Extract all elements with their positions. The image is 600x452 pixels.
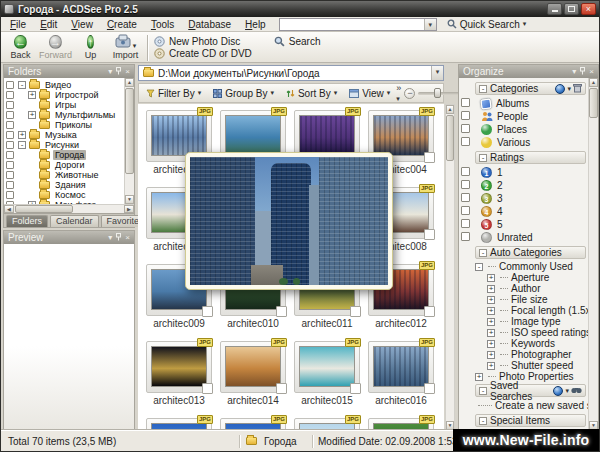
auto-category-item[interactable]: +Aperture <box>475 272 586 283</box>
filter-by-button[interactable]: Filter By▾ <box>143 87 204 100</box>
tab-calendar[interactable]: Calendar <box>50 215 99 227</box>
category-item[interactable]: People <box>475 110 586 123</box>
toolbar-search-button[interactable]: Search <box>274 36 321 47</box>
thumbnail-checkbox[interactable] <box>424 229 435 240</box>
panel-menu-icon[interactable]: ▾ <box>108 68 112 76</box>
collapse-icon[interactable]: - <box>479 249 487 257</box>
thumbnail-checkbox[interactable] <box>202 306 213 317</box>
scroll-up-icon[interactable]: ▲ <box>125 78 134 87</box>
collapse-icon[interactable]: - <box>479 417 487 425</box>
auto-category-item[interactable]: +ISO speed ratings <box>475 327 586 338</box>
folder-checkbox[interactable] <box>6 91 14 99</box>
thumbnail-checkbox[interactable] <box>202 383 213 394</box>
thumbnail-checkbox[interactable] <box>424 152 435 163</box>
folder-tree-item[interactable]: -Рисунки <box>4 140 124 150</box>
scroll-up-icon[interactable]: ▲ <box>589 78 598 87</box>
thumbnail-checkbox[interactable] <box>276 306 287 317</box>
menu-help[interactable]: Help <box>238 18 273 31</box>
toolbar-overflow-button[interactable]: »▾ <box>394 83 403 103</box>
folder-checkbox[interactable] <box>6 121 14 129</box>
rating-item[interactable]: 22 <box>475 179 586 192</box>
forward-button[interactable]: → Forward <box>38 33 73 60</box>
close-panel-icon[interactable]: × <box>589 68 594 76</box>
category-item[interactable]: Albums <box>475 97 586 110</box>
expander-icon[interactable]: - <box>475 263 483 271</box>
thumbnail[interactable]: JPG <box>290 415 364 431</box>
up-button[interactable]: ↑ Up <box>73 33 108 60</box>
folder-checkbox[interactable] <box>6 181 14 189</box>
folder-checkbox[interactable] <box>6 81 14 89</box>
pin-icon[interactable] <box>115 233 122 243</box>
thumbnail[interactable]: JPG <box>364 415 438 431</box>
chevron-down-icon[interactable]: ▾ <box>565 387 569 395</box>
rating-checkbox[interactable] <box>461 167 470 176</box>
folder-checkbox[interactable] <box>6 191 14 199</box>
category-checkbox[interactable] <box>461 111 470 120</box>
rating-checkbox[interactable] <box>461 219 470 228</box>
collapse-icon[interactable]: - <box>479 85 487 93</box>
menu-edit[interactable]: Edit <box>33 18 64 31</box>
thumbnail[interactable]: JPGarchitec013 <box>142 338 216 415</box>
auto-category-item[interactable]: +Photographer <box>475 349 586 360</box>
auto-category-item[interactable]: +Focal length (1.5x) <box>475 305 586 316</box>
auto-category-item[interactable]: +Author <box>475 283 586 294</box>
scroll-left-icon[interactable]: ◀ <box>4 205 14 213</box>
folder-tree-item[interactable]: Игры <box>4 100 124 110</box>
search-history-dropdown[interactable]: ▾ <box>424 19 436 30</box>
thumbnail-checkbox[interactable] <box>424 306 435 317</box>
ratings-section-header[interactable]: - Ratings <box>475 151 586 164</box>
rating-checkbox[interactable] <box>461 180 470 189</box>
folder-tree-item[interactable]: +Музыка <box>4 130 124 140</box>
folder-checkbox[interactable] <box>6 171 14 179</box>
trash-icon[interactable] <box>573 83 582 95</box>
categories-section-header[interactable]: - Categories ▾ <box>475 82 586 95</box>
panel-menu-icon[interactable]: ▾ <box>108 234 112 242</box>
collapse-icon[interactable]: - <box>479 387 487 395</box>
chevron-down-icon[interactable]: ▾ <box>567 85 571 93</box>
category-item[interactable]: Various <box>475 136 586 149</box>
expander-icon[interactable]: + <box>487 329 495 337</box>
rating-item[interactable]: 11 <box>475 166 586 179</box>
expander-icon[interactable]: + <box>475 373 483 381</box>
folder-checkbox[interactable] <box>6 131 14 139</box>
new-category-icon[interactable] <box>555 84 565 94</box>
rating-item[interactable]: 33 <box>475 192 586 205</box>
rating-item[interactable]: 44 <box>475 205 586 218</box>
thumbnail[interactable]: JPG <box>216 415 290 431</box>
thumbnail-checkbox[interactable] <box>276 383 287 394</box>
expander-icon[interactable]: + <box>487 307 495 315</box>
menu-database[interactable]: Database <box>181 18 238 31</box>
category-item[interactable]: Places <box>475 123 586 136</box>
pin-icon[interactable] <box>115 67 122 77</box>
scroll-down-icon[interactable]: ▼ <box>125 195 134 204</box>
rating-checkbox[interactable] <box>461 193 470 202</box>
folder-checkbox[interactable] <box>6 151 14 159</box>
folder-checkbox[interactable] <box>6 141 14 149</box>
expander-icon[interactable]: + <box>487 340 495 348</box>
folder-tree-item[interactable]: Города <box>4 150 124 160</box>
create-saved-search-link[interactable]: Create a new saved search <box>495 400 588 411</box>
thumbnail[interactable]: JPGarchitec015 <box>290 338 364 415</box>
menu-view[interactable]: View <box>64 18 100 31</box>
folder-tree-item[interactable]: Дороги <box>4 160 124 170</box>
menu-tools[interactable]: Tools <box>144 18 181 31</box>
expander-icon[interactable]: + <box>487 296 495 304</box>
expander-icon[interactable]: - <box>18 141 26 149</box>
expander-icon[interactable]: + <box>487 318 495 326</box>
search-input[interactable] <box>280 19 424 30</box>
organize-scrollbar[interactable]: ▲ ▼ <box>588 78 598 430</box>
expander-icon[interactable]: + <box>487 351 495 359</box>
expander-icon[interactable]: + <box>28 91 36 99</box>
folder-tree-item[interactable]: -Видео <box>4 80 124 90</box>
expander-icon[interactable]: + <box>487 274 495 282</box>
quick-search-button[interactable]: Quick Search ▾ <box>447 19 527 30</box>
special-items-section-header[interactable]: - Special Items <box>475 414 586 427</box>
path-combobox[interactable]: D:\Мои документы\Рисунки\Города ▾ <box>138 65 444 81</box>
binoculars-icon[interactable] <box>571 385 582 396</box>
category-checkbox[interactable] <box>461 98 470 107</box>
auto-category-item[interactable]: -Commonly Used <box>475 261 586 272</box>
close-button[interactable]: × <box>581 3 596 15</box>
thumbnail[interactable]: JPGarchitec014 <box>216 338 290 415</box>
thumbnail[interactable]: JPGarchitec016 <box>364 338 438 415</box>
menu-file[interactable]: File <box>3 18 33 31</box>
